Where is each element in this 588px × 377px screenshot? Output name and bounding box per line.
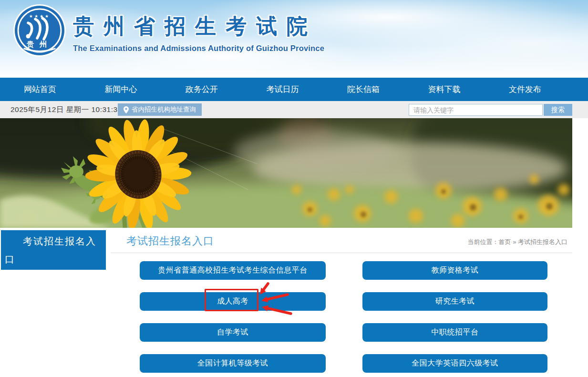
page-title: 考试招生报名入口 [126, 234, 214, 248]
nav-item-dean-mailbox[interactable]: 院长信箱 [347, 78, 380, 101]
sunflower-scene [0, 118, 572, 228]
location-pin-icon [124, 106, 129, 113]
datetime-text: 2025年5月12日 星期一 10:31:31 [10, 101, 122, 118]
section-divider [111, 253, 572, 253]
breadcrumb-home-link[interactable]: 首页 [499, 238, 511, 245]
entry-button-self-study[interactable]: 自学考试 [140, 323, 326, 342]
entry-button-gaokao-platform[interactable]: 贵州省普通高校招生考试考生综合信息平台 [140, 261, 326, 280]
address-query-label: 省内招生机构地址查询 [132, 105, 196, 114]
site-header: ★★★★ 贵州 贵州省招生考试院 The Examinations and Ad… [0, 0, 588, 78]
entry-buttons-grid: 贵州省普通高校招生考试考生综合信息平台 教师资格考试 成人高考 研究生考试 自学… [140, 261, 547, 373]
nav-item-gov-affairs[interactable]: 政务公开 [186, 78, 218, 101]
nav-item-documents[interactable]: 文件发布 [509, 78, 541, 101]
logo-stars: ★★★★ [29, 14, 50, 19]
site-titles: 贵州省招生考试院 The Examinations and Admissions… [73, 12, 324, 53]
entry-button-computer-rank[interactable]: 全国计算机等级考试 [140, 354, 326, 373]
entry-button-vocational-platform[interactable]: 中职统招平台 [362, 323, 547, 342]
breadcrumb-prefix: 当前位置： [468, 238, 499, 245]
breadcrumb: 当前位置：首页 » 考试招生报名入口 [468, 238, 567, 246]
guizhou-logo-icon: ★★★★ 贵州 [12, 3, 67, 58]
site-logo[interactable]: ★★★★ 贵州 [12, 3, 67, 58]
entry-button-postgraduate[interactable]: 研究生考试 [362, 292, 547, 311]
nav-item-downloads[interactable]: 资料下载 [428, 78, 461, 101]
entry-button-adult-gaokao[interactable]: 成人高考 [140, 292, 326, 311]
breadcrumb-separator: » [513, 238, 516, 245]
site-subtitle: The Examinations and Admissions Authorit… [73, 44, 324, 53]
entry-button-cet[interactable]: 全国大学英语四六级考试 [362, 354, 547, 373]
address-query-button[interactable]: 省内招生机构地址查询 [118, 103, 202, 116]
search-input[interactable] [409, 104, 543, 116]
main-nav: 网站首页 新闻中心 政务公开 考试日历 院长信箱 资料下载 文件发布 [0, 78, 588, 101]
banner-sunflower-image [0, 118, 572, 228]
search-button[interactable]: 搜索 [544, 104, 572, 116]
logo-text: 贵州 [26, 40, 52, 49]
info-bar: 2025年5月12日 星期一 10:31:31 省内招生机构地址查询 搜索 [0, 101, 588, 118]
nav-item-home[interactable]: 网站首页 [24, 78, 56, 101]
nav-item-exam-calendar[interactable]: 考试日历 [267, 78, 299, 101]
nav-item-news[interactable]: 新闻中心 [105, 78, 137, 101]
site-title: 贵州省招生考试院 [73, 12, 324, 41]
page: ★★★★ 贵州 贵州省招生考试院 The Examinations and Ad… [0, 0, 588, 377]
breadcrumb-current: 考试招生报名入口 [518, 238, 567, 245]
entry-button-teacher-qualification[interactable]: 教师资格考试 [362, 261, 547, 280]
sidebar-item-registration-entry[interactable]: 考试招生报名入口 [1, 230, 106, 270]
